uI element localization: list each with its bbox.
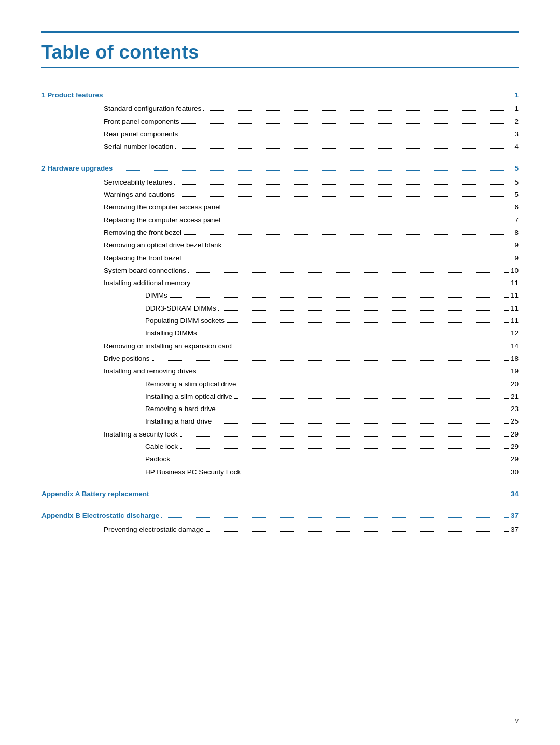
toc-page: 1 — [514, 89, 519, 102]
toc-item[interactable]: Drive positions18 — [41, 353, 519, 365]
toc-label: Serial number location — [104, 140, 173, 153]
toc-dots — [180, 436, 509, 437]
toc-page: 29 — [511, 453, 519, 466]
toc-label: System board connections — [104, 264, 186, 277]
toc-label: Removing the front bezel — [104, 227, 181, 239]
toc-dots — [223, 209, 513, 209]
toc-item[interactable]: 2 Hardware upgrades5 — [41, 162, 519, 175]
toc-page: 19 — [511, 365, 519, 377]
toc-page: 18 — [511, 353, 519, 365]
toc-item[interactable]: HP Business PC Security Lock30 — [41, 466, 519, 479]
toc-page: 21 — [511, 390, 519, 403]
toc-label: Populating DIMM sockets — [145, 315, 225, 327]
toc-item[interactable]: Removing the computer access panel6 — [41, 201, 519, 214]
toc-item[interactable]: Cable lock29 — [41, 441, 519, 453]
toc-label: Removing a hard drive — [145, 403, 216, 415]
toc-page: 14 — [511, 340, 519, 353]
toc-dots — [222, 222, 512, 222]
toc-item[interactable]: DIMMs11 — [41, 289, 519, 302]
toc-item[interactable]: DDR3-SDRAM DIMMs11 — [41, 302, 519, 315]
toc-label: 2 Hardware upgrades — [41, 162, 113, 175]
toc-item[interactable]: Installing additional memory11 — [41, 277, 519, 289]
toc-label: Installing DIMMs — [145, 327, 197, 340]
toc-item[interactable]: Installing DIMMs12 — [41, 327, 519, 340]
toc-label: Removing or installing an expansion card — [104, 340, 232, 353]
toc-item[interactable]: Replacing the computer access panel7 — [41, 214, 519, 227]
title-section: Table of contents — [41, 33, 519, 68]
toc-dots — [177, 196, 513, 197]
toc-page: 5 — [514, 162, 519, 175]
toc-item[interactable]: Installing a slim optical drive21 — [41, 390, 519, 403]
toc-label: Removing the computer access panel — [104, 201, 221, 214]
toc-dots — [175, 148, 512, 149]
toc-page: 7 — [514, 214, 519, 227]
toc-dots — [161, 517, 509, 518]
toc-page: 12 — [511, 327, 519, 340]
toc-item[interactable]: Populating DIMM sockets11 — [41, 315, 519, 327]
toc-dots — [239, 386, 509, 386]
toc-dots — [184, 234, 512, 235]
toc-section-appendix-a: Appendix A Battery replacement34 — [41, 488, 519, 500]
toc-item[interactable]: Installing and removing drives19 — [41, 365, 519, 377]
toc-label: Replacing the front bezel — [104, 252, 181, 264]
toc-item[interactable]: 1 Product features1 — [41, 89, 519, 102]
toc-label: Installing additional memory — [104, 277, 190, 289]
toc-label: DIMMs — [145, 289, 167, 302]
toc-dots — [206, 531, 509, 532]
toc-page: 1 — [514, 103, 519, 115]
toc-item[interactable]: Removing an optical drive bezel blank9 — [41, 239, 519, 251]
toc-dots — [115, 170, 512, 171]
toc-item[interactable]: Serial number location4 — [41, 140, 519, 153]
toc-item[interactable]: Installing a security lock29 — [41, 428, 519, 441]
toc-item[interactable]: Standard configuration features1 — [41, 103, 519, 115]
toc-dots — [188, 272, 509, 273]
toc-item[interactable]: Appendix B Electrostatic discharge37 — [41, 510, 519, 522]
toc-page: 5 — [514, 189, 519, 201]
toc-item[interactable]: Removing a hard drive23 — [41, 403, 519, 415]
toc-item[interactable]: Serviceability features5 — [41, 176, 519, 189]
toc-page: 3 — [514, 128, 519, 140]
toc-dots — [172, 461, 509, 461]
toc-item[interactable]: Front panel components2 — [41, 116, 519, 128]
toc-page: 8 — [514, 227, 519, 239]
toc-item[interactable]: Warnings and cautions5 — [41, 189, 519, 201]
toc-page: 11 — [511, 289, 519, 302]
toc-item[interactable]: Appendix A Battery replacement34 — [41, 488, 519, 500]
toc-dots — [243, 474, 509, 474]
toc-section-section-2: 2 Hardware upgrades5Serviceability featu… — [41, 162, 519, 478]
toc-item[interactable]: Padlock29 — [41, 453, 519, 466]
toc-page: 11 — [511, 277, 519, 289]
toc-page: 5 — [514, 176, 519, 189]
toc-dots — [151, 496, 509, 496]
toc-page: 4 — [514, 140, 519, 153]
toc-section-section-1: 1 Product features1Standard configuratio… — [41, 89, 519, 153]
toc-dots — [183, 260, 512, 260]
toc-label: Serviceability features — [104, 176, 172, 189]
toc-dots — [199, 335, 509, 335]
toc-label: Cable lock — [145, 441, 178, 453]
toc-dots — [152, 360, 509, 361]
toc-item[interactable]: Preventing electrostatic damage37 — [41, 524, 519, 536]
toc-label: HP Business PC Security Lock — [145, 466, 241, 479]
toc-label: Rear panel components — [104, 128, 178, 140]
toc-label: Replacing the computer access panel — [104, 214, 220, 227]
toc-item[interactable]: Removing a slim optical drive20 — [41, 378, 519, 390]
toc-item[interactable]: Removing or installing an expansion card… — [41, 340, 519, 353]
toc-section-appendix-b: Appendix B Electrostatic discharge37Prev… — [41, 510, 519, 536]
toc-label: Warnings and cautions — [104, 189, 175, 201]
toc-item[interactable]: Replacing the front bezel9 — [41, 252, 519, 264]
toc-dots — [218, 411, 509, 411]
toc-item[interactable]: Removing the front bezel8 — [41, 227, 519, 239]
toc-item[interactable]: Installing a hard drive25 — [41, 415, 519, 428]
toc-label: Appendix B Electrostatic discharge — [41, 510, 159, 522]
toc-item[interactable]: Rear panel components3 — [41, 128, 519, 140]
toc-page: 11 — [511, 315, 519, 327]
toc-page: 25 — [511, 415, 519, 428]
toc-page: 2 — [514, 116, 519, 128]
toc-label: Installing a security lock — [104, 428, 178, 441]
toc-label: Installing a slim optical drive — [145, 390, 232, 403]
toc-item[interactable]: System board connections10 — [41, 264, 519, 277]
toc-page: 29 — [511, 428, 519, 441]
toc-dots — [180, 448, 509, 449]
toc-page: 20 — [511, 378, 519, 390]
